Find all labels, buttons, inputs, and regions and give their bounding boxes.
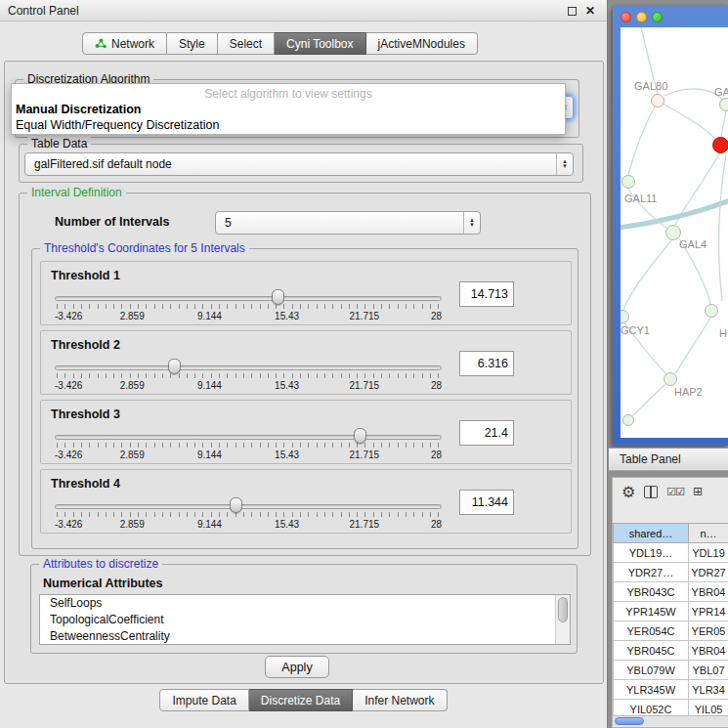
tab-impute-data[interactable]: Impute Data: [159, 689, 248, 711]
close-icon[interactable]: ✕: [585, 4, 595, 18]
control-panel-titlebar[interactable]: Control Panel ✕: [0, 0, 607, 21]
tab-network[interactable]: Network: [82, 32, 167, 55]
slider-track[interactable]: [55, 435, 442, 440]
vertical-scrollbar[interactable]: [555, 595, 570, 644]
threshold-1-slider[interactable]: -3.426 2.859 9.144 15.43 21.715 28: [55, 287, 442, 324]
threshold-3-value-field[interactable]: 21.4: [459, 420, 514, 446]
algorithm-dropdown-popup: Select algorithm to view settings Manual…: [11, 83, 566, 135]
table-cell[interactable]: YDR27: [689, 563, 728, 582]
table-cell[interactable]: YPR145W: [614, 602, 689, 621]
control-panel-window: Control Panel ✕ Network Style Select Cyn…: [0, 0, 608, 728]
threshold-4-value-field[interactable]: 11.344: [459, 490, 514, 515]
column-header-name[interactable]: n…: [689, 524, 728, 543]
slider-thumb[interactable]: [272, 289, 284, 305]
table-cell[interactable]: YPR14: [689, 602, 728, 621]
columns-icon[interactable]: [644, 486, 658, 498]
network-node-gal11[interactable]: [621, 175, 635, 189]
network-view-window[interactable]: GAL80 GA GAL11 GAL4 GCY1 H HAP2: [613, 5, 728, 446]
table-panel: ⚙ ☑☑ ⊞ shared… n… YDL19…YDL19 YDR27…YDR2…: [612, 477, 728, 728]
slider-track[interactable]: [55, 365, 442, 370]
gear-icon[interactable]: ⚙: [621, 483, 635, 501]
stepper-arrows-icon[interactable]: ▲▼: [556, 153, 573, 175]
network-edge: [623, 240, 671, 310]
stepper-arrows-icon[interactable]: ▲▼: [463, 212, 480, 234]
numerical-attributes-list[interactable]: SelfLoops TopologicalCoefficient Between…: [39, 594, 571, 645]
tab-style[interactable]: Style: [167, 32, 218, 55]
zoom-traffic-light-icon[interactable]: [652, 12, 663, 22]
tab-jactivemnodules[interactable]: jActiveMNodules: [366, 32, 478, 55]
table-row[interactable]: YDR27…YDR27: [614, 563, 728, 582]
table-row[interactable]: YER054CYER05: [614, 621, 728, 641]
list-item-betweennesscentrality[interactable]: BetweennessCentrality: [40, 628, 570, 645]
network-node-highlighted[interactable]: [712, 137, 728, 153]
slider-thumb[interactable]: [230, 497, 242, 513]
select-checkboxes-icon[interactable]: ☑☑: [666, 486, 684, 498]
table-cell[interactable]: YBR043C: [614, 582, 689, 602]
slider-track[interactable]: [55, 296, 442, 301]
threshold-2-slider[interactable]: -3.426 2.859 9.144 15.43 21.715 28: [55, 357, 442, 394]
threshold-3-slider[interactable]: -3.426 2.859 9.144 15.43 21.715 28: [55, 426, 442, 463]
table-cell[interactable]: YER054C: [614, 621, 689, 641]
tab-select[interactable]: Select: [218, 32, 275, 55]
algorithm-option-equal-width-frequency[interactable]: Equal Width/Frequency Discretization: [12, 117, 565, 133]
network-node-hap2[interactable]: [664, 372, 677, 386]
num-intervals-label: Number of Intervals: [55, 215, 169, 229]
scrollbar-thumb[interactable]: [558, 597, 568, 622]
algorithm-option-manual-discretization[interactable]: Manual Discretization: [12, 102, 565, 117]
minimize-traffic-light-icon[interactable]: [636, 12, 647, 22]
close-traffic-light-icon[interactable]: [621, 12, 631, 22]
slider-thumb[interactable]: [168, 359, 181, 374]
network-canvas[interactable]: GAL80 GA GAL11 GAL4 GCY1 H HAP2: [621, 27, 728, 438]
column-header-shared-name[interactable]: shared…: [614, 524, 689, 543]
threshold-2-panel: Threshold 2 -3.426 2.859 9.144 15.43 21.…: [40, 330, 572, 395]
table-row[interactable]: YBR043CYBR04: [614, 582, 728, 602]
slider-track[interactable]: [55, 504, 442, 509]
table-row[interactable]: YBL079WYBL07: [614, 661, 728, 680]
slider-thumb[interactable]: [354, 428, 366, 444]
table-cell[interactable]: YDR27…: [614, 563, 689, 582]
table-cell[interactable]: YLR345W: [614, 680, 689, 700]
table-cell[interactable]: YBL079W: [614, 661, 689, 680]
table-cell[interactable]: YBR04: [689, 582, 728, 602]
node-label-gal4: GAL4: [679, 238, 707, 250]
list-item-topologicalcoefficient[interactable]: TopologicalCoefficient: [40, 612, 570, 628]
num-intervals-select[interactable]: 5 ▲▼: [215, 211, 481, 235]
network-node-gal80[interactable]: [651, 94, 664, 107]
tab-discretize-data[interactable]: Discretize Data: [249, 689, 353, 711]
tab-infer-network[interactable]: Infer Network: [353, 689, 447, 711]
app-screen: Control Panel ✕ Network Style Select Cyn…: [0, 0, 728, 728]
horizontal-scrollbar[interactable]: [613, 715, 728, 726]
threshold-4-slider[interactable]: -3.426 2.859 9.144 15.43 21.715 28: [55, 495, 442, 533]
network-node[interactable]: [705, 304, 718, 318]
thresholds-coordinates-group: Threshold's Coordinates for 5 Intervals …: [31, 248, 578, 549]
table-cell[interactable]: YLR34: [689, 680, 728, 700]
threshold-1-value-field[interactable]: 14.713: [459, 281, 514, 307]
scrollbar-thumb[interactable]: [615, 717, 644, 725]
table-data-select[interactable]: galFiltered.sif default node ▲▼: [24, 152, 574, 176]
table-cell[interactable]: YDL19: [689, 543, 728, 563]
grid-icon[interactable]: ⊞: [693, 485, 703, 498]
table-cell[interactable]: YDL19…: [614, 543, 689, 563]
table-cell[interactable]: YBL07: [689, 661, 728, 680]
table-row[interactable]: YLR345WYLR34: [614, 680, 728, 700]
threshold-3-panel: Threshold 3 -3.426 2.859 9.144 15.43 21.…: [40, 400, 572, 464]
table-row[interactable]: YPR145WYPR14: [614, 602, 728, 621]
list-item-selfloops[interactable]: SelfLoops: [40, 595, 570, 612]
float-window-icon[interactable]: [568, 7, 577, 16]
apply-button[interactable]: Apply: [265, 656, 329, 678]
algorithm-option-placeholder[interactable]: Select algorithm to view settings: [12, 86, 565, 102]
network-node[interactable]: [622, 414, 634, 426]
table-row[interactable]: YDL19…YDL19: [614, 543, 728, 563]
table-panel-header[interactable]: Table Panel: [609, 448, 728, 471]
cyni-toolbox-panel: Discretization Algorithm ▲▼ Select algor…: [4, 61, 604, 684]
slider-scale: -3.426 2.859 9.144 15.43 21.715 28: [55, 380, 442, 392]
tab-label: Discretize Data: [261, 694, 340, 707]
network-node[interactable]: [719, 98, 728, 111]
table-cell[interactable]: YBR04: [689, 641, 728, 661]
panel-title: Control Panel: [8, 4, 79, 18]
table-cell[interactable]: YER05: [689, 621, 728, 641]
tab-cyni-toolbox[interactable]: Cyni Toolbox: [275, 32, 365, 55]
threshold-2-value-field[interactable]: 6.316: [459, 351, 514, 376]
table-row[interactable]: YBR045CYBR04: [614, 641, 728, 661]
table-cell[interactable]: YBR045C: [614, 641, 689, 661]
